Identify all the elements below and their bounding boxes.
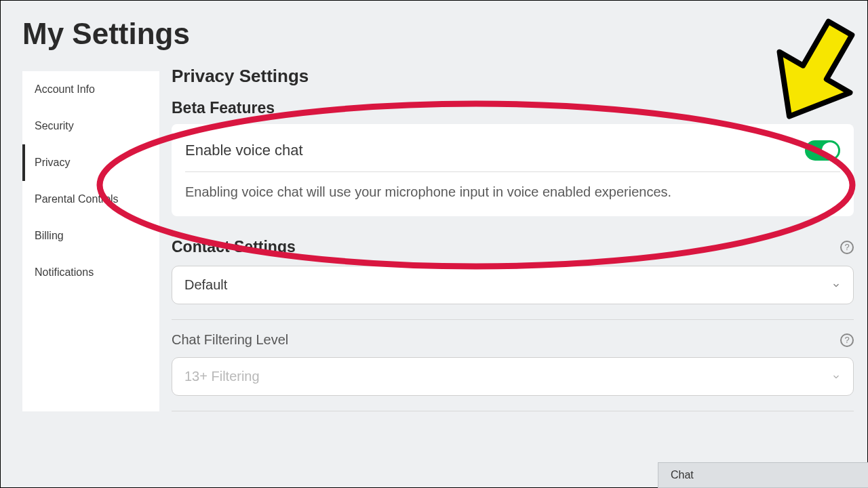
- beta-features-heading: Beta Features: [172, 99, 854, 117]
- sidebar-item-notifications[interactable]: Notifications: [22, 254, 159, 291]
- beta-features-card: Enable voice chat Enabling voice chat wi…: [172, 124, 854, 216]
- divider: [172, 319, 854, 320]
- chat-filtering-label: Chat Filtering Level: [172, 332, 288, 348]
- help-icon[interactable]: ?: [840, 241, 854, 254]
- main-content: Privacy Settings Beta Features Enable vo…: [159, 58, 867, 411]
- sidebar-item-security[interactable]: Security: [22, 108, 159, 144]
- sidebar-item-privacy[interactable]: Privacy: [22, 144, 159, 181]
- contact-select-value: Default: [184, 277, 227, 293]
- voice-chat-toggle[interactable]: [805, 140, 840, 161]
- contact-settings-select[interactable]: Default: [172, 266, 854, 304]
- sidebar-item-parental-controls[interactable]: Parental Controls: [22, 181, 159, 218]
- toggle-knob: [822, 142, 838, 159]
- chat-bar-label: Chat: [671, 469, 694, 481]
- voice-chat-description: Enabling voice chat will use your microp…: [185, 172, 840, 204]
- sidebar-item-billing[interactable]: Billing: [22, 218, 159, 254]
- help-icon[interactable]: ?: [840, 333, 854, 347]
- chat-bar[interactable]: Chat: [658, 462, 868, 488]
- chevron-down-icon: [831, 372, 841, 382]
- privacy-settings-heading: Privacy Settings: [172, 66, 854, 87]
- sidebar-item-account-info[interactable]: Account Info: [22, 71, 159, 108]
- divider: [172, 411, 854, 411]
- chat-filtering-value: 13+ Filtering: [184, 369, 260, 384]
- chevron-down-icon: [831, 281, 841, 290]
- settings-sidebar: Account Info Security Privacy Parental C…: [22, 71, 159, 411]
- page-title: My Settings: [1, 1, 867, 58]
- voice-chat-row: Enable voice chat: [185, 132, 840, 172]
- voice-chat-label: Enable voice chat: [185, 142, 303, 159]
- contact-settings-heading: Contact Settings: [172, 238, 296, 256]
- chat-filtering-select[interactable]: 13+ Filtering: [172, 357, 854, 396]
